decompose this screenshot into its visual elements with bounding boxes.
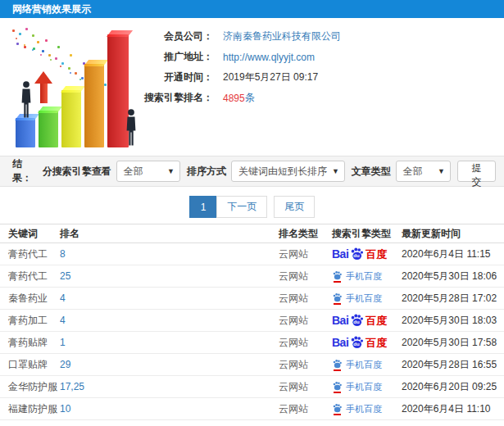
- rank-type-cell: 云网站: [279, 376, 332, 398]
- rank-cell: 4: [60, 310, 279, 332]
- rank-type-cell: 云网站: [279, 265, 332, 288]
- rank-type-cell: 云网站: [279, 288, 332, 310]
- engine-cell: Bai du 百度 手机百度: [332, 265, 402, 288]
- company-link[interactable]: 济南秦鲁药业科技有限公司: [223, 29, 341, 43]
- keyword-rank-table: 关键词 排名 排名类型 搜索引擎类型 最新更新时间 膏药代工 8 云网站 Bai…: [0, 224, 504, 426]
- keyword-cell: 口罩贴牌: [0, 354, 60, 376]
- company-row: 会员公司： 济南秦鲁药业科技有限公司: [138, 26, 498, 47]
- marketing-chart-illustration: [4, 23, 143, 151]
- rank-link[interactable]: 25: [60, 270, 70, 282]
- mobile-paw-icon: [332, 381, 343, 393]
- engine-cell: Bai du 百度 手机百度: [332, 354, 402, 376]
- rank-type-cell: 云网站: [279, 332, 332, 354]
- rank-link[interactable]: 1: [60, 337, 66, 348]
- next-page-button[interactable]: 下一页: [216, 196, 267, 218]
- update-time-cell: [402, 420, 504, 426]
- caret-down-icon: ▼: [327, 167, 339, 175]
- promo-url-row: 推广地址： http://www.qlyyjt.com: [138, 47, 498, 67]
- article-type-select[interactable]: 全部 ▼: [396, 161, 451, 182]
- article-type-label: 文章类型: [352, 165, 391, 179]
- open-time-row: 开通时间： 2019年5月27日 09:17: [138, 67, 498, 88]
- baidu-paw-icon: du: [349, 247, 365, 261]
- engine-cell: Bai du 百度 手机百度: [332, 420, 402, 426]
- mobile-baidu-logo-icon: 手机百度: [332, 292, 382, 305]
- update-time-cell: 2020年6月4日 11:15: [402, 243, 504, 265]
- rank-type-cell: [279, 420, 332, 426]
- rank-cell: 29: [60, 354, 279, 376]
- bar-orange: [84, 64, 104, 147]
- table-row: 秦鲁药业 4 云网站 Bai du 百度 手机百度 2020年5月28日 17:…: [0, 288, 504, 310]
- engine-cell: Bai du 百度 手机百度: [332, 288, 402, 310]
- update-time-cell: 2020年5月28日 17:02: [402, 288, 504, 310]
- baidu-paw-icon: du: [349, 313, 365, 327]
- red-underline: [334, 369, 341, 371]
- rank-link[interactable]: 29: [60, 359, 70, 370]
- info-section: 会员公司： 济南秦鲁药业科技有限公司 推广地址： http://www.qlyy…: [0, 18, 504, 156]
- table-header-row: 关键词 排名 排名类型 搜索引擎类型 最新更新时间: [0, 224, 504, 243]
- promo-url-label: 推广地址：: [138, 50, 213, 64]
- mobile-paw-icon: [332, 292, 343, 305]
- bar-green: [39, 111, 58, 147]
- keyword-cell: 膏药贴牌: [0, 332, 60, 354]
- bar-yellow: [61, 90, 81, 147]
- page-title: 网络营销效果展示: [0, 0, 504, 18]
- rank-link[interactable]: 10: [60, 403, 70, 415]
- filter-bar: 结果： 分搜索引擎查看 全部 ▼ 排序方式 关键词由短到长排序 ▼ 文章类型 全…: [0, 156, 504, 187]
- update-time-cell: 2020年5月30日 18:06: [402, 265, 504, 288]
- table-row: 口罩贴牌 29 云网站 Bai du 百度 手机百度 2020年5月28日 16…: [0, 354, 504, 376]
- rank-link[interactable]: 4: [60, 315, 66, 326]
- engine-cell: Bai du 百度 手机百度: [332, 398, 402, 420]
- mobile-paw-icon: [332, 270, 343, 283]
- rank-type-cell: 云网站: [279, 354, 332, 376]
- keyword-cell: 金华防护服: [0, 376, 60, 398]
- bar-blue: [16, 118, 35, 147]
- businessman-figure-left: [19, 80, 34, 120]
- promo-url-link[interactable]: http://www.qlyyjt.com: [223, 52, 315, 63]
- rank-cell: 17,25: [60, 376, 279, 398]
- table-row: 福建防护服 10 云网站 Bai du 百度 手机百度 2020年6月4日 11…: [0, 398, 504, 420]
- rank-cell: 10: [60, 398, 279, 420]
- update-time-cell: 2020年5月30日 17:58: [402, 332, 504, 354]
- open-time-value: 2019年5月27日 09:17: [223, 70, 318, 84]
- growth-arrow-head-icon: [34, 71, 52, 84]
- engine-filter-select[interactable]: 全部 ▼: [116, 161, 180, 182]
- update-time-cell: 2020年5月28日 16:55: [402, 354, 504, 376]
- red-underline: [334, 414, 341, 415]
- caret-down-icon: ▼: [433, 167, 445, 175]
- red-underline: [334, 392, 341, 393]
- mobile-baidu-logo-icon: 手机百度: [332, 359, 382, 371]
- engine-rank-unit-link[interactable]: 条: [245, 91, 255, 105]
- confetti-dots: [12, 29, 15, 32]
- company-label: 会员公司：: [138, 29, 213, 43]
- col-rank-type: 排名类型: [279, 224, 332, 243]
- keyword-cell: 膏药加工: [0, 310, 60, 332]
- submit-button[interactable]: 提交: [457, 161, 496, 182]
- confetti-dots-small: [16, 38, 17, 39]
- col-keyword: 关键词: [0, 224, 60, 243]
- engine-rank-count: 4895: [223, 93, 245, 104]
- rank-link[interactable]: 8: [60, 248, 66, 260]
- sort-filter-select[interactable]: 关键词由短到长排序 ▼: [231, 161, 345, 182]
- keyword-cell: 膏药代工: [0, 243, 60, 265]
- article-type-value: 全部: [403, 165, 423, 179]
- rank-type-cell: 云网站: [279, 398, 332, 420]
- col-rank: 排名: [60, 224, 279, 243]
- mobile-baidu-logo-icon: 手机百度: [332, 381, 382, 393]
- rank-cell: 1: [60, 332, 279, 354]
- table-row: 膏药加工 4 云网站 Bai du 百度 手机百度 2020年5月30日 18:…: [0, 310, 504, 332]
- last-page-button[interactable]: 尾页: [274, 196, 315, 218]
- rank-cell: [60, 420, 279, 426]
- rank-link[interactable]: 17,25: [60, 381, 84, 392]
- engine-rank-label: 搜索引擎排名：: [138, 91, 213, 105]
- member-info: 会员公司： 济南秦鲁药业科技有限公司 推广地址： http://www.qlyy…: [138, 26, 498, 108]
- update-time-cell: 2020年5月30日 18:03: [402, 310, 504, 332]
- page-1-button[interactable]: 1: [189, 196, 218, 218]
- update-time-cell: 2020年6月20日 09:25: [402, 376, 504, 398]
- rank-link[interactable]: 4: [60, 292, 66, 304]
- table-row: 金华防护服 17,25 云网站 Bai du 百度 手机百度 2020年6月20…: [0, 376, 504, 398]
- red-underline: [334, 281, 341, 283]
- baidu-logo-icon: Bai du 百度: [332, 314, 387, 328]
- rank-type-cell: 云网站: [279, 243, 332, 265]
- keyword-cell: 福建防护服: [0, 398, 60, 420]
- mobile-paw-icon: [332, 359, 343, 371]
